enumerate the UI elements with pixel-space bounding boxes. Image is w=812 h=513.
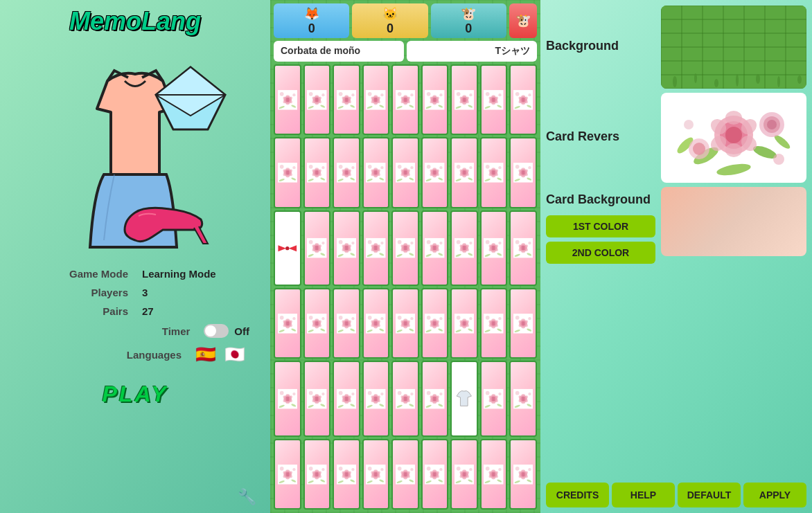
svg-point-524 [410, 393, 413, 395]
card[interactable] [509, 137, 537, 208]
play-button[interactable]: PLAY [103, 381, 168, 407]
card[interactable] [303, 210, 331, 286]
card[interactable] [274, 288, 301, 359]
card[interactable] [421, 288, 449, 359]
svg-point-123 [285, 168, 290, 170]
card[interactable] [421, 137, 449, 208]
card[interactable] [480, 288, 508, 359]
card[interactable] [480, 361, 508, 436]
card[interactable] [333, 210, 360, 286]
card-background-preview[interactable] [661, 187, 806, 256]
background-preview[interactable] [661, 6, 806, 89]
card[interactable] [274, 137, 301, 208]
card-revers-preview[interactable] [661, 93, 806, 183]
svg-point-725 [773, 154, 784, 165]
svg-point-184 [410, 166, 413, 169]
svg-point-281 [403, 243, 407, 246]
svg-point-284 [403, 250, 407, 253]
card[interactable] [450, 137, 478, 208]
card[interactable] [391, 64, 419, 135]
card[interactable] [274, 361, 301, 436]
svg-point-372 [344, 318, 348, 321]
card[interactable] [303, 439, 331, 510]
svg-point-100 [492, 102, 496, 105]
card[interactable] [509, 439, 537, 510]
score-block-2: 🐱 0 [352, 3, 427, 38]
flag-japan[interactable]: 🇯🇵 [224, 345, 245, 364]
card[interactable] [303, 64, 331, 135]
card[interactable] [509, 64, 537, 135]
card[interactable] [450, 64, 478, 135]
score-emoji-3: 🐮 [461, 6, 476, 21]
card[interactable] [274, 210, 301, 286]
card[interactable] [421, 210, 449, 286]
card[interactable] [333, 439, 360, 510]
svg-point-236 [528, 166, 531, 169]
card[interactable] [509, 361, 537, 436]
card[interactable] [480, 439, 508, 510]
card[interactable] [274, 64, 301, 135]
flag-spain[interactable]: 🇪🇸 [195, 345, 216, 364]
timer-toggle[interactable] [204, 324, 229, 338]
svg-point-518 [403, 401, 407, 404]
card[interactable] [450, 288, 478, 359]
card[interactable] [421, 64, 449, 135]
svg-point-571 [285, 476, 290, 479]
card[interactable] [362, 439, 390, 510]
svg-point-307 [462, 243, 466, 246]
players-label: Players [21, 287, 128, 298]
svg-point-349 [285, 325, 290, 328]
card[interactable] [480, 64, 508, 135]
card[interactable] [303, 288, 331, 359]
svg-point-45 [374, 95, 378, 98]
first-color-button[interactable]: 1ST COLOR [546, 215, 655, 237]
card[interactable] [362, 64, 390, 135]
svg-point-131 [279, 165, 283, 169]
card[interactable] [480, 137, 508, 208]
svg-point-542 [492, 394, 496, 397]
pairs-value: 27 [142, 305, 249, 317]
card[interactable] [450, 361, 478, 436]
card[interactable] [333, 361, 360, 436]
svg-point-511 [381, 393, 384, 395]
svg-point-701 [736, 74, 739, 87]
card[interactable] [391, 210, 419, 286]
card[interactable] [480, 210, 508, 286]
card[interactable] [450, 210, 478, 286]
card[interactable] [333, 288, 360, 359]
card[interactable] [509, 288, 537, 359]
card[interactable] [274, 439, 301, 510]
credits-button[interactable]: CREDITS [546, 483, 609, 507]
card[interactable] [362, 210, 390, 286]
card[interactable] [362, 361, 390, 436]
svg-point-450 [521, 318, 525, 321]
card[interactable] [333, 137, 360, 208]
apply-button[interactable]: APPLY [743, 483, 806, 507]
second-color-button[interactable]: 2ND COLOR [546, 242, 655, 264]
help-button[interactable]: HELP [612, 483, 675, 507]
card[interactable] [391, 361, 419, 436]
card[interactable] [391, 137, 419, 208]
svg-point-53 [368, 92, 372, 96]
svg-point-290 [410, 242, 413, 244]
card[interactable] [391, 288, 419, 359]
card[interactable] [362, 137, 390, 208]
card[interactable] [450, 439, 478, 510]
svg-point-110 [521, 95, 525, 98]
card[interactable] [303, 361, 331, 436]
card[interactable] [303, 137, 331, 208]
card[interactable] [421, 361, 449, 436]
card[interactable] [362, 288, 390, 359]
card[interactable] [333, 64, 360, 135]
svg-point-217 [492, 174, 496, 177]
card-grid [274, 64, 537, 510]
svg-point-106 [499, 93, 502, 96]
card[interactable] [421, 439, 449, 510]
svg-point-655 [469, 468, 472, 471]
card[interactable] [391, 439, 419, 510]
card[interactable] [509, 210, 537, 286]
svg-point-223 [499, 166, 502, 169]
svg-point-628 [398, 466, 402, 470]
default-button[interactable]: DEFAULT [678, 483, 741, 507]
settings-icon[interactable]: 🔧 [238, 488, 256, 506]
